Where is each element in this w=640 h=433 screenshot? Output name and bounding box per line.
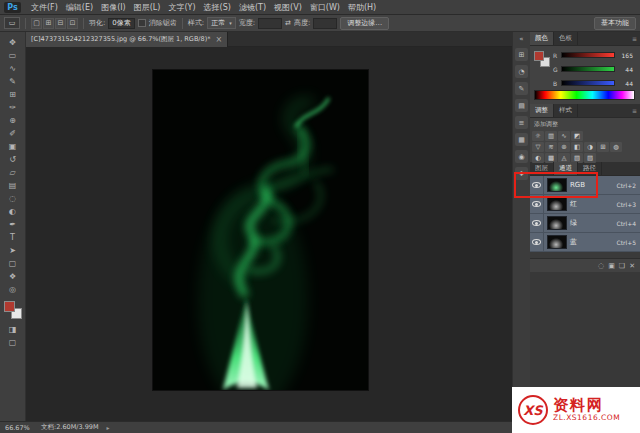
new-channel-icon[interactable]: ❏ <box>619 262 625 270</box>
screen-mode-button[interactable]: ▢ <box>3 336 23 349</box>
color-lookup-icon[interactable]: ◍ <box>610 142 622 152</box>
collapsed-panel-icon-6[interactable]: ▦ <box>515 133 528 146</box>
menu-layer[interactable]: 图层(L) <box>130 2 165 13</box>
channel-name: 蓝 <box>570 237 616 247</box>
menu-type[interactable]: 文字(Y) <box>164 2 199 13</box>
expand-panels-icon[interactable]: « <box>519 35 523 44</box>
crop-tool[interactable]: ⊞ <box>3 88 23 101</box>
height-input[interactable] <box>313 18 337 29</box>
tab-swatches[interactable]: 色板 <box>554 32 578 45</box>
green-slider[interactable] <box>561 66 615 72</box>
status-options-arrow-icon[interactable]: ▸ <box>107 424 110 431</box>
clone-stamp-tool[interactable]: ▣ <box>3 140 23 153</box>
menu-help[interactable]: 帮助(H) <box>344 2 380 13</box>
panel-menu-icon[interactable]: ≡ <box>629 104 640 117</box>
new-selection-mode-icon[interactable]: ▢ <box>31 18 42 29</box>
hue-saturation-icon[interactable]: ≋ <box>545 142 557 152</box>
collapsed-panel-icon-5[interactable]: ≡ <box>515 116 528 129</box>
vibrance-icon[interactable]: ▽ <box>532 142 544 152</box>
collapsed-panel-icon-7[interactable]: ◉ <box>515 150 528 163</box>
menu-edit[interactable]: 编辑(E) <box>62 2 97 13</box>
levels-icon[interactable]: ▥ <box>545 131 557 141</box>
panel-color-swatches[interactable] <box>534 51 550 67</box>
refine-edge-button[interactable]: 调整边缘… <box>340 17 389 30</box>
width-input[interactable] <box>258 18 282 29</box>
zoom-level-field[interactable]: 66.67% <box>5 424 33 432</box>
quick-selection-tool[interactable]: ✎ <box>3 75 23 88</box>
menu-file[interactable]: 文件(F) <box>27 2 62 13</box>
tool-palette: ✥ ▭ ∿ ✎ ⊞ ✑ ⊕ ✐ ▣ ↺ ▱ ▤ ◌ ◐ ✒ T ➤ ▢ ❖ ◎ … <box>0 32 26 421</box>
tab-styles[interactable]: 样式 <box>554 104 578 117</box>
color-spectrum-ramp[interactable] <box>534 90 635 100</box>
channel-mixer-icon[interactable]: ⊞ <box>597 142 609 152</box>
menu-window[interactable]: 窗口(W) <box>306 2 344 13</box>
menu-select[interactable]: 选择(S) <box>200 2 235 13</box>
close-icon[interactable]: × <box>215 35 222 44</box>
channel-row-green[interactable]: 绿 Ctrl+4 <box>530 214 640 233</box>
pen-tool[interactable]: ✒ <box>3 218 23 231</box>
color-balance-icon[interactable]: ⊜ <box>558 142 570 152</box>
antialias-checkbox[interactable] <box>138 19 146 27</box>
canvas-pasteboard[interactable] <box>26 47 512 421</box>
channels-footer: ◌ ▣ ❏ ✕ <box>530 258 640 272</box>
dodge-tool[interactable]: ◐ <box>3 205 23 218</box>
add-selection-mode-icon[interactable]: ⊞ <box>43 18 54 29</box>
feather-input[interactable]: 0像素 <box>108 18 134 29</box>
eyedropper-tool[interactable]: ✑ <box>3 101 23 114</box>
collapsed-panel-icon-1[interactable]: ⊞ <box>515 48 528 61</box>
blue-value[interactable]: 44 <box>617 80 633 87</box>
document-tab[interactable]: [C]473731524212327355.jpg @ 66.7%(图层 1, … <box>26 32 228 47</box>
menu-image[interactable]: 图像(I) <box>97 2 130 13</box>
healing-brush-tool[interactable]: ⊕ <box>3 114 23 127</box>
path-selection-tool[interactable]: ➤ <box>3 244 23 257</box>
delete-channel-icon[interactable]: ✕ <box>629 262 635 270</box>
tool-preset-icon[interactable]: ▭ <box>4 17 20 29</box>
lasso-tool[interactable]: ∿ <box>3 62 23 75</box>
quick-mask-button[interactable]: ◨ <box>3 323 23 336</box>
workspace-switcher-button[interactable]: 基本功能 <box>594 17 636 30</box>
intersect-selection-mode-icon[interactable]: ⊡ <box>67 18 78 29</box>
tab-color[interactable]: 颜色 <box>530 32 554 45</box>
rectangle-tool[interactable]: ▢ <box>3 257 23 270</box>
blur-tool[interactable]: ◌ <box>3 192 23 205</box>
channel-row-blue[interactable]: 蓝 Ctrl+5 <box>530 233 640 252</box>
curves-icon[interactable]: ∿ <box>558 131 570 141</box>
marquee-tool[interactable]: ▭ <box>3 49 23 62</box>
black-white-icon[interactable]: ◧ <box>571 142 583 152</box>
gradient-tool[interactable]: ▤ <box>3 179 23 192</box>
history-brush-tool[interactable]: ↺ <box>3 153 23 166</box>
collapsed-panel-icon-2[interactable]: ◔ <box>515 65 528 78</box>
blue-slider[interactable] <box>561 80 615 86</box>
collapsed-panel-icon-4[interactable]: ▤ <box>515 99 528 112</box>
green-value[interactable]: 44 <box>617 66 633 73</box>
eraser-tool[interactable]: ▱ <box>3 166 23 179</box>
red-slider[interactable] <box>561 52 615 58</box>
style-select[interactable]: 正常 ▾ <box>207 17 236 29</box>
document-size-info[interactable]: 文档:2.60M/3.99M <box>41 423 99 432</box>
hand-tool[interactable]: ❖ <box>3 270 23 283</box>
color-swatches-widget[interactable] <box>4 301 22 319</box>
swap-dimensions-icon[interactable]: ⇄ <box>285 19 291 27</box>
panel-foreground-swatch[interactable] <box>534 51 544 61</box>
type-tool[interactable]: T <box>3 231 23 244</box>
adjustment-icon-row: ☼ ▥ ∿ ◩ <box>532 131 638 141</box>
visibility-toggle[interactable] <box>530 214 544 232</box>
brightness-contrast-icon[interactable]: ☼ <box>532 131 544 141</box>
brush-tool[interactable]: ✐ <box>3 127 23 140</box>
red-value[interactable]: 165 <box>617 52 633 59</box>
collapsed-panel-icon-3[interactable]: ✎ <box>515 82 528 95</box>
panel-menu-icon[interactable]: ≡ <box>629 32 640 45</box>
exposure-icon[interactable]: ◩ <box>571 131 583 141</box>
visibility-toggle[interactable] <box>530 233 544 251</box>
menu-view[interactable]: 视图(V) <box>270 2 306 13</box>
photo-filter-icon[interactable]: ◑ <box>584 142 596 152</box>
load-selection-icon[interactable]: ◌ <box>598 262 604 270</box>
menu-filter[interactable]: 滤镜(T) <box>235 2 270 13</box>
zoom-tool[interactable]: ◎ <box>3 283 23 296</box>
save-selection-icon[interactable]: ▣ <box>608 262 615 270</box>
tab-adjustments[interactable]: 调整 <box>530 104 554 117</box>
subtract-selection-mode-icon[interactable]: ⊟ <box>55 18 66 29</box>
foreground-color-swatch[interactable] <box>4 301 15 312</box>
canvas-image[interactable] <box>153 70 368 390</box>
move-tool[interactable]: ✥ <box>3 36 23 49</box>
